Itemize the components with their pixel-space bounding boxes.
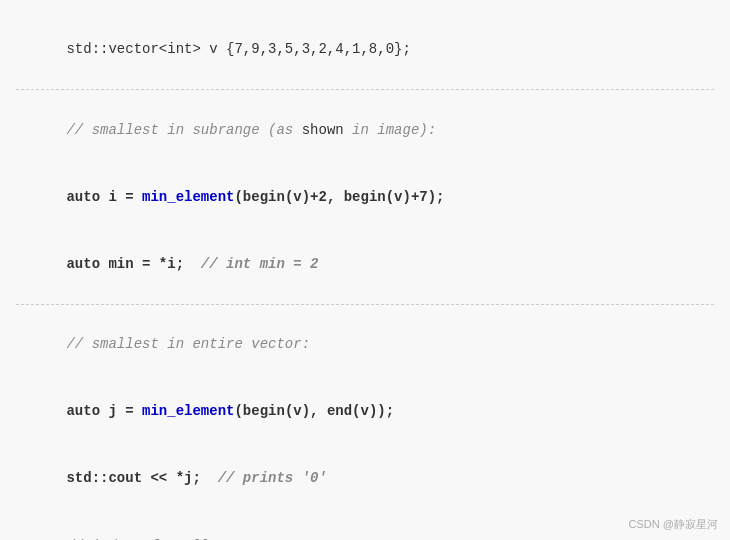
code-text: std::vector<int> v {7,9,3,5,3,2,4,1,8,0}… <box>66 41 410 57</box>
watermark: CSDN @静寂星河 <box>629 517 718 532</box>
code-auto-i: auto i = min_element(begin(v)+2, begin(v… <box>66 189 444 205</box>
line-auto-i: auto i = min_element(begin(v)+2, begin(v… <box>16 163 714 230</box>
line-comment-entire: // smallest in entire vector: <box>16 311 714 378</box>
section-subrange: // smallest in subrange (as shown in ima… <box>16 90 714 305</box>
section-entire: // smallest in entire vector: auto j = m… <box>16 305 714 540</box>
line-comment-subrange: // smallest in subrange (as shown in ima… <box>16 96 714 163</box>
line-auto-min: auto min = *i; // int min = 2 <box>16 231 714 298</box>
line-vector-decl: std::vector<int> v {7,9,3,5,3,2,4,1,8,0}… <box>16 16 714 83</box>
line-cout-j: std::cout << *j; // prints '0' <box>16 445 714 512</box>
section-declaration: std::vector<int> v {7,9,3,5,3,2,4,1,8,0}… <box>16 10 714 90</box>
code-auto-min: auto min = *i; // int min = 2 <box>66 256 318 272</box>
code-auto-j: auto j = min_element(begin(v), end(v)); <box>66 403 394 419</box>
line-comment-index: // index of smallest: <box>16 512 714 540</box>
main-container: std::vector<int> v {7,9,3,5,3,2,4,1,8,0}… <box>0 0 730 540</box>
comment-subrange: // smallest in subrange (as shown in ima… <box>66 122 436 138</box>
code-cout-j: std::cout << *j; // prints '0' <box>66 470 326 486</box>
line-auto-j: auto j = min_element(begin(v), end(v)); <box>16 378 714 445</box>
comment-entire: // smallest in entire vector: <box>66 336 310 352</box>
